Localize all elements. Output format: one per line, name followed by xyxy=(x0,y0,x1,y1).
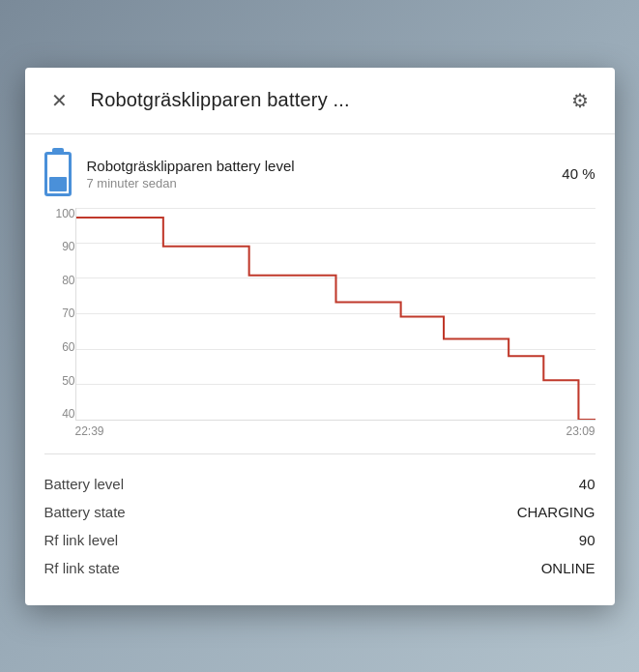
stat-label-battery-state: Battery state xyxy=(44,504,126,520)
y-label-50: 50 xyxy=(44,375,75,387)
device-row: Robotgräsklipparen battery level 7 minut… xyxy=(25,134,615,200)
chart-line xyxy=(76,217,595,419)
device-name: Robotgräsklipparen battery level xyxy=(87,158,547,174)
stat-label-rf-link-state: Rf link state xyxy=(44,560,120,576)
chart-container: 100 90 80 70 60 50 40 xyxy=(44,208,595,421)
device-value: 40 % xyxy=(562,165,595,182)
y-label-90: 90 xyxy=(44,241,75,252)
modal-dialog: ✕ Robotgräsklipparen battery ... ⚙ Robot… xyxy=(25,68,615,605)
stat-value-battery-level: 40 xyxy=(579,476,595,492)
chart-inner xyxy=(75,208,595,421)
stat-row-rf-link-state: Rf link state ONLINE xyxy=(44,554,595,582)
modal-title: Robotgräsklipparen battery ... xyxy=(91,89,549,111)
chart-svg xyxy=(76,208,595,420)
y-label-60: 60 xyxy=(44,341,75,353)
x-label-start: 22:39 xyxy=(75,424,104,438)
y-label-100: 100 xyxy=(44,208,75,219)
close-button[interactable]: ✕ xyxy=(44,85,75,116)
stat-label-rf-link-level: Rf link level xyxy=(44,532,119,548)
y-label-70: 70 xyxy=(44,307,75,319)
settings-button[interactable]: ⚙ xyxy=(565,85,595,116)
stat-value-rf-link-state: ONLINE xyxy=(541,560,595,576)
stat-value-battery-state: CHARGING xyxy=(517,504,595,520)
modal-header: ✕ Robotgräsklipparen battery ... ⚙ xyxy=(25,68,615,134)
x-axis: 22:39 23:09 xyxy=(44,421,595,438)
chart-area: 100 90 80 70 60 50 40 xyxy=(25,200,615,446)
battery-icon xyxy=(44,152,72,196)
stat-row-battery-level: Battery level 40 xyxy=(44,470,595,498)
device-time: 7 minuter sedan xyxy=(87,176,547,190)
y-axis: 100 90 80 70 60 50 40 xyxy=(44,208,75,421)
device-info: Robotgräsklipparen battery level 7 minut… xyxy=(87,158,547,190)
x-label-end: 23:09 xyxy=(566,424,595,438)
y-label-80: 80 xyxy=(44,275,75,286)
stat-label-battery-level: Battery level xyxy=(44,476,125,492)
stat-value-rf-link-level: 90 xyxy=(579,532,595,548)
stats-table: Battery level 40 Battery state CHARGING … xyxy=(25,462,615,605)
divider xyxy=(44,453,595,454)
stat-row-rf-link-level: Rf link level 90 xyxy=(44,526,595,554)
y-label-40: 40 xyxy=(44,408,75,420)
stat-row-battery-state: Battery state CHARGING xyxy=(44,498,595,526)
battery-fill xyxy=(49,177,67,190)
